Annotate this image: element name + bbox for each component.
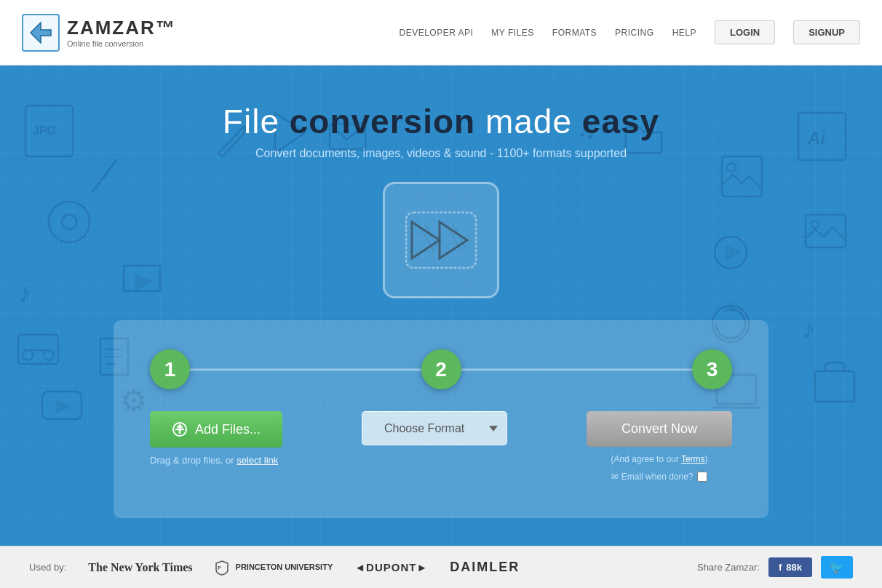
briefcase-icon xyxy=(809,357,860,408)
nav-my-files[interactable]: MY FILES xyxy=(491,28,533,38)
svg-text:JPG: JPG xyxy=(33,124,56,137)
svg-point-13 xyxy=(44,350,54,360)
logo-sub: Online file conversion xyxy=(67,39,176,48)
svg-line-42 xyxy=(419,226,434,251)
facebook-count: 88k xyxy=(786,562,802,573)
music-icon: ♪ xyxy=(15,277,55,309)
svg-point-7 xyxy=(62,215,76,229)
title-bold2: easy xyxy=(582,103,659,140)
svg-line-43 xyxy=(425,224,437,247)
svg-rect-24 xyxy=(722,156,762,196)
svg-rect-11 xyxy=(18,335,58,364)
steps-line: 1 2 3 xyxy=(150,349,732,389)
svg-line-45 xyxy=(453,224,465,247)
svg-marker-32 xyxy=(723,302,738,311)
svg-text:♪: ♪ xyxy=(802,314,815,344)
svg-rect-2 xyxy=(25,106,73,156)
svg-text:P: P xyxy=(218,565,221,571)
step-3-circle: 3 xyxy=(692,349,732,389)
terms-text: (And agree to our Terms) xyxy=(611,454,707,464)
svg-rect-19 xyxy=(42,392,82,419)
ai-icon: Ai xyxy=(795,109,853,164)
svg-marker-20 xyxy=(56,399,71,413)
facebook-share-button[interactable]: f 88k xyxy=(768,557,812,577)
nav-formats[interactable]: FORMATS xyxy=(552,28,597,38)
brand-daimler: DAIMLER xyxy=(450,560,520,575)
steps-actions: Add Files... Drag & drop files, or selec… xyxy=(150,411,732,482)
svg-point-12 xyxy=(23,350,33,360)
twitter-share-button[interactable]: 🐦 xyxy=(821,556,853,579)
share-label: Share Zamzar: xyxy=(697,562,760,573)
add-files-button[interactable]: Add Files... xyxy=(150,411,282,448)
pencil-icon xyxy=(87,153,124,196)
logo-text: ZAMZAR™ Online file conversion xyxy=(67,17,176,48)
brand-dupont: ◄DUPONT► xyxy=(354,561,428,573)
svg-line-44 xyxy=(447,226,461,251)
hero-subtitle: Convert documents, images, videos & soun… xyxy=(255,147,627,160)
image-icon xyxy=(718,153,766,200)
step-1-action: Add Files... Drag & drop files, or selec… xyxy=(150,411,282,466)
drag-drop-text: Drag & drop files, or select link xyxy=(150,455,278,466)
facebook-icon: f xyxy=(779,562,782,573)
used-by-label: Used by: xyxy=(29,562,66,573)
title-bold: conversion xyxy=(290,103,475,140)
step-2-action: Choose FormatMP3MP4PDFJPGPNGDOCDOCXAVIMO… xyxy=(362,411,507,445)
svg-marker-10 xyxy=(135,273,153,291)
zamzar-logo-large xyxy=(405,211,477,269)
title-part1: File xyxy=(223,103,290,140)
brand-princeton: P PRINCETON UNIVERSITY xyxy=(215,560,333,576)
email-checkbox[interactable] xyxy=(697,472,707,482)
play-icon xyxy=(711,233,751,273)
svg-point-25 xyxy=(727,163,736,172)
svg-rect-26 xyxy=(806,215,846,247)
svg-point-27 xyxy=(811,220,819,228)
svg-line-4 xyxy=(95,160,116,189)
steps-container: 1 2 3 Add Files... Drag & drop files, or… xyxy=(114,320,768,518)
select-link[interactable]: select link xyxy=(237,455,278,466)
image2-icon xyxy=(802,211,849,251)
upload-icon xyxy=(172,421,188,437)
brand-nyt: The New York Times xyxy=(88,561,192,574)
email-when-done: ✉ Email when done? xyxy=(611,472,707,482)
terms-link[interactable]: Terms xyxy=(681,454,705,464)
svg-marker-9 xyxy=(124,266,160,291)
svg-marker-41 xyxy=(440,222,467,258)
choose-format-select[interactable]: Choose FormatMP3MP4PDFJPGPNGDOCDOCXAVIMO… xyxy=(362,411,507,445)
title-part2: made xyxy=(475,103,582,140)
footer-right: Share Zamzar: f 88k 🐦 xyxy=(697,556,853,579)
video-icon xyxy=(116,262,167,302)
jpg-icon: JPG xyxy=(22,102,80,160)
header: ZAMZAR™ Online file conversion DEVELOPER… xyxy=(0,0,882,65)
hero-title: File conversion made easy xyxy=(223,102,659,141)
video-cassette-icon xyxy=(15,327,62,375)
music2-icon: ♪ xyxy=(798,306,838,346)
login-button[interactable]: LOGIN xyxy=(715,20,775,44)
signup-button[interactable]: SIGNUP xyxy=(793,20,860,44)
cd-icon xyxy=(44,196,95,247)
svg-text:♪: ♪ xyxy=(18,278,31,308)
svg-text:Ai: Ai xyxy=(807,128,826,148)
princeton-shield-icon: P xyxy=(215,560,229,576)
convert-now-button[interactable]: Convert Now xyxy=(587,411,732,447)
svg-rect-33 xyxy=(815,371,854,402)
footer-left: Used by: The New York Times P PRINCETON … xyxy=(29,560,520,576)
nav-developer-api[interactable]: DEVELOPER API xyxy=(399,28,473,38)
svg-marker-40 xyxy=(412,222,440,258)
svg-point-6 xyxy=(49,202,90,242)
svg-point-28 xyxy=(715,237,747,269)
logo-icon xyxy=(22,14,60,52)
footer: Used by: The New York Times P PRINCETON … xyxy=(0,546,882,588)
step-3-action: Convert Now (And agree to our Terms) ✉ E… xyxy=(587,411,732,482)
youtube-icon xyxy=(40,386,84,426)
step-1-circle: 1 xyxy=(150,349,190,389)
nav-help[interactable]: HELP xyxy=(672,28,696,38)
step-2-circle: 2 xyxy=(421,349,461,389)
twitter-icon: 🐦 xyxy=(830,561,844,573)
logo-name: ZAMZAR™ xyxy=(67,17,176,39)
center-logo xyxy=(383,182,499,298)
logo-area: ZAMZAR™ Online file conversion xyxy=(22,14,176,52)
svg-line-5 xyxy=(92,186,98,192)
nav-pricing[interactable]: PRICING xyxy=(615,28,654,38)
svg-marker-29 xyxy=(726,245,742,261)
hero-section: JPG ♪ xyxy=(0,65,882,546)
